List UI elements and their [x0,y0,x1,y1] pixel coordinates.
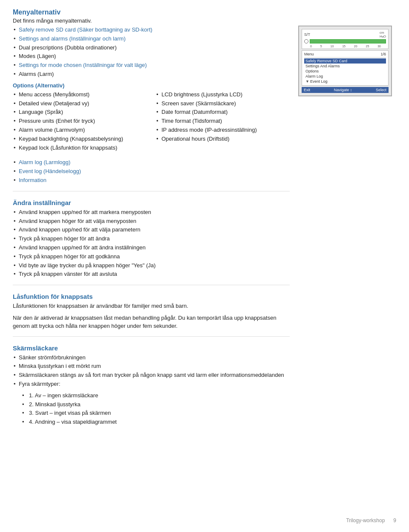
right-opt-6: Operational hours (Driftstid) [156,135,290,144]
left-opt-4: Pressure units (Enhet för tryck) [13,117,147,126]
scale-15: 15 [342,45,346,48]
section-andra-title: Ändra inställningar [13,199,290,206]
screen-menu-area: Menu 1/6 Safely Remove SD Card Settings … [302,50,389,86]
screen-indicator-circle [304,39,308,43]
screen-green-bar [310,39,386,43]
screen-scale: 0 5 10 15 20 25 30 [304,45,386,48]
andra-item-3: Använd knappen upp/ned för att välja par… [13,226,290,234]
scale-25: 25 [366,45,369,48]
left-opt-5: Alarm volume (Larmvolym) [13,126,147,135]
section-divider-1 [13,191,290,191]
section-divider-2 [13,285,290,285]
andra-item-1: Använd knappen upp/ned för att markera m… [13,208,290,217]
scale-10: 10 [331,45,334,48]
andra-item-8: Tryck på knappen vänster för att avsluta [13,270,290,279]
screen-title: S/T [304,32,310,37]
menu-item-3: Options [304,69,386,74]
scale-0: 0 [310,45,312,48]
bottom-menu-item-3: Information [13,176,290,185]
right-opt-5: IP address mode (IP-adressinställning) [156,126,290,135]
skarm-list: Sänker strömförbrukningen Minska ljussty… [13,353,290,389]
intro-item-6: Alarms (Larm) [13,70,290,79]
andra-item-7: Vid byte av läge trycker du på knappen h… [13,261,290,270]
andra-item-5: Använd knappen upp/ned för att ändra ins… [13,243,290,252]
menu-item-5: ▼ Event Log [304,79,386,84]
options-right-col: LCD brightness (Ljusstyrka LCD) Screen s… [156,90,290,155]
scale-30: 30 [377,45,381,48]
left-opt-2: Detailed view (Detaljerad vy) [13,99,147,108]
skarm-item-2: Minska ljusstyrkan i ett mörkt rum [13,362,290,371]
intro-item-4: Modes (Lägen) [13,52,290,61]
section-skarm-title: Skärmsläckare [13,344,290,352]
menu-item-4: Alarm Log [304,74,386,79]
navigate-button[interactable]: Navigate ↕ [334,88,352,92]
page-footer: Trilogy-workshop 9 [346,518,396,523]
right-opt-3: Date format (Datumformat) [156,108,290,117]
right-opt-1: LCD brightness (Ljusstyrka LCD) [156,90,290,99]
intro-item-5: Settings for mode chosen (Inställningar … [13,61,290,70]
section-lasf: Låsfunktion för knappsats Låsfunktionen … [13,293,290,330]
menu-page: 1/6 [380,52,386,56]
options-two-col: Menu access (Menyåtkomst) Detailed view … [13,90,290,155]
left-opt-1: Menu access (Menyåtkomst) [13,90,147,99]
options-left-col: Menu access (Menyåtkomst) Detailed view … [13,90,147,155]
bottom-menu-list: Alarm log (Larmlogg) Event log (Händelse… [13,158,290,185]
screen-cm-label: cmH₂O [380,31,386,38]
skarm-num-2: 2. Minskad ljusstyrka [21,400,290,409]
intro-item-1: Safely remove SD card (Säker borttagning… [13,26,290,35]
lasf-para2: När den är aktiverad är knappsatsen låst… [13,314,290,330]
lasf-para1: Låsfunktionen för knappsatsen är användb… [13,302,290,310]
screen-header: S/T cmH₂O [304,31,386,38]
skarm-item-3: Skärmsläckaren stängs av så fort man try… [13,371,290,380]
bottom-menu-item-2: Event log (Händelselogg) [13,167,290,176]
menu-label: Menu [304,52,314,56]
skarm-item-4: Fyra skärmtyper: [13,380,290,389]
bottom-menu-item-1: Alarm log (Larmlogg) [13,158,290,167]
footer-brand: Trilogy-workshop [346,518,385,523]
section-andra: Ändra inställningar Använd knappen upp/n… [13,199,290,279]
options-header: Options (Alternativ) [13,82,290,89]
screen-top-area: S/T cmH₂O 0 5 10 15 20 25 30 [302,29,389,49]
section-skarm: Skärmsläckare Sänker strömförbrukningen … [13,344,290,427]
skarm-num-1: 1. Av – ingen skärmsläckare [21,391,290,400]
page-title: Menyalternativ [13,9,396,16]
scale-20: 20 [354,45,357,48]
screen-bottom-bar: Exit Navigate ↕ Select [302,87,389,93]
andra-list: Använd knappen upp/ned för att markera m… [13,208,290,279]
skarm-num-3: 3. Svart – inget visas på skärmen [21,409,290,418]
intro-list: Safely remove SD card (Säker borttagning… [13,26,290,79]
select-button[interactable]: Select [376,88,386,92]
intro-item-3: Dual prescriptions (Dubbla ordinationer) [13,43,290,52]
section-divider-3 [13,336,290,337]
menu-item-2: Settings And Alarms [304,64,386,69]
right-opt-4: Time format (Tidsformat) [156,117,290,126]
screen-bar-area [304,39,386,43]
skarm-num-4: 4. Andning – visa stapeldiagrammet [21,418,290,427]
skarm-item-1: Sänker strömförbrukningen [13,353,290,362]
skarm-numbered-list: 1. Av – ingen skärmsläckare 2. Minskad l… [21,391,290,427]
andra-item-2: Använd knappen höger för att välja menyp… [13,217,290,226]
right-opt-2: Screen saver (Skärmsläckare) [156,99,290,108]
left-opt-7: Keypad lock (Låsfunktion för knappsats) [13,144,147,153]
device-illustration: S/T cmH₂O 0 5 10 15 20 25 30 [298,26,396,429]
left-opt-3: Language (Språk) [13,108,147,117]
left-opt-6: Keypad backlighting (Knappsatsbelysning) [13,135,147,144]
menu-header: Menu 1/6 [304,52,386,58]
section-lasf-title: Låsfunktion för knappsats [13,293,290,300]
exit-button[interactable]: Exit [304,88,310,92]
device-screen: S/T cmH₂O 0 5 10 15 20 25 30 [298,26,392,96]
andra-item-6: Tryck på knappen höger för att godkänna [13,252,290,261]
andra-item-4: Tryck på knappen höger för att ändra [13,234,290,243]
left-options-list: Menu access (Menyåtkomst) Detailed view … [13,90,147,153]
footer-page: 9 [393,518,396,523]
page-subtitle: Det finns många menyalternativ. [13,17,396,24]
menu-item-1: Safely Remove SD Card [304,58,386,64]
intro-item-2: Settings and alarms (Inställningar och l… [13,35,290,43]
right-options-list: LCD brightness (Ljusstyrka LCD) Screen s… [156,90,290,144]
scale-5: 5 [320,45,322,48]
menu-arrow-icon: ▼ [305,79,309,84]
